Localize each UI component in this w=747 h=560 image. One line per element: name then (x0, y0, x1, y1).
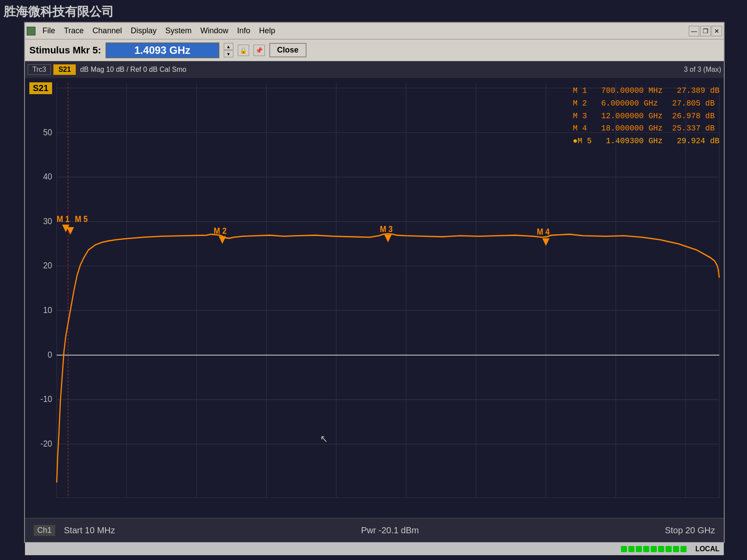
svg-text:-10: -10 (40, 394, 52, 404)
window-controls: — ❐ ✕ (689, 26, 722, 36)
marker-4-info: M 4 18.000000 GHz 25.337 dB (573, 122, 719, 135)
svg-text:30: 30 (43, 216, 52, 226)
svg-text:20: 20 (43, 261, 52, 271)
svg-text:M 4: M 4 (537, 227, 550, 236)
marker-5-info: ●M 5 1.409300 GHz 29.924 dB (573, 135, 719, 148)
trace-count: 3 of 3 (Max) (684, 66, 721, 74)
stimulus-label: Stimulus Mkr 5: (29, 45, 101, 56)
spin-down-button[interactable]: ▼ (224, 50, 233, 57)
svg-text:0: 0 (48, 349, 52, 359)
s21-badge: S21 (29, 82, 52, 94)
svg-text:M 5: M 5 (75, 214, 88, 224)
marker-info-box: M 1 700.00000 MHz 27.389 dB M 2 6.000000… (573, 85, 719, 148)
trace-info-text: dB Mag 10 dB / Ref 0 dB Cal Smo (80, 66, 187, 74)
menu-trace[interactable]: Trace (60, 25, 88, 36)
close-stimulus-button[interactable]: Close (269, 43, 307, 57)
menu-file[interactable]: File (38, 25, 60, 36)
menu-channel[interactable]: Channel (88, 25, 126, 36)
lock-icon: 🔒 (238, 45, 249, 56)
main-window: File Trace Channel Display System Window… (24, 22, 725, 543)
svg-text:↖: ↖ (320, 433, 328, 444)
watermark: 胜海微科技有限公司 (4, 4, 114, 20)
stimulus-input[interactable]: 1.4093 GHz (106, 42, 219, 58)
svg-marker-36 (219, 236, 226, 244)
restore-button[interactable]: ❐ (700, 26, 711, 36)
spin-buttons: ▲ ▼ (224, 43, 233, 57)
status-dot-5 (651, 546, 657, 552)
marker-1-info: M 1 700.00000 MHz 27.389 dB (573, 85, 719, 97)
marker-2-info: M 2 6.000000 GHz 27.805 dB (573, 97, 719, 110)
bottom-bar: Ch1 Start 10 MHz Pwr -20.1 dBm Stop 20 G… (25, 518, 724, 542)
marker-3-info: M 3 12.000000 GHz 26.978 dB (573, 110, 719, 123)
svg-text:50: 50 (43, 127, 52, 137)
minimize-button[interactable]: — (689, 26, 699, 36)
status-dots (621, 546, 687, 552)
svg-text:M 3: M 3 (380, 224, 392, 234)
local-status: LOCAL (695, 545, 719, 553)
menu-display[interactable]: Display (126, 25, 161, 36)
menu-bar: File Trace Channel Display System Window… (25, 23, 724, 39)
svg-marker-34 (67, 227, 74, 235)
trace-bar: Trc3 S21 dB Mag 10 dB / Ref 0 dB Cal Smo… (25, 61, 724, 78)
svg-text:M 2: M 2 (214, 226, 226, 236)
svg-marker-38 (384, 235, 392, 242)
status-dot-4 (643, 546, 649, 552)
close-button[interactable]: ✕ (712, 26, 722, 36)
status-dot-7 (666, 546, 672, 552)
menu-info[interactable]: Info (233, 25, 255, 36)
status-dot-9 (680, 546, 687, 552)
status-dot-8 (673, 546, 679, 552)
svg-text:-20: -20 (40, 438, 52, 448)
tab-s21[interactable]: S21 (53, 64, 75, 75)
svg-text:M 1: M 1 (57, 214, 70, 224)
stop-freq-label: Stop 20 GHz (665, 525, 715, 535)
stimulus-bar: Stimulus Mkr 5: 1.4093 GHz ▲ ▼ 🔒 📌 Close (25, 39, 724, 61)
start-freq-label: Start 10 MHz (64, 525, 115, 535)
menu-window[interactable]: Window (196, 25, 233, 36)
status-dot-2 (628, 546, 634, 552)
status-dot-1 (621, 546, 627, 552)
spin-up-button[interactable]: ▲ (224, 43, 233, 50)
menu-help[interactable]: Help (255, 25, 280, 36)
svg-text:10: 10 (43, 305, 52, 315)
app-icon (27, 27, 35, 35)
chart-area: S21 M 1 700.00000 MHz 27.389 dB M 2 6.00… (25, 78, 724, 518)
pin-icon: 📌 (254, 45, 265, 56)
status-dot-3 (636, 546, 642, 552)
power-label: Pwr -20.1 dBm (361, 525, 419, 535)
menu-system[interactable]: System (161, 25, 196, 36)
status-bar: LOCAL (25, 542, 724, 555)
channel-label: Ch1 (34, 525, 55, 536)
svg-marker-40 (542, 238, 550, 246)
tab-trc3[interactable]: Trc3 (28, 64, 51, 75)
status-dot-6 (658, 546, 664, 552)
svg-text:40: 40 (43, 171, 52, 181)
